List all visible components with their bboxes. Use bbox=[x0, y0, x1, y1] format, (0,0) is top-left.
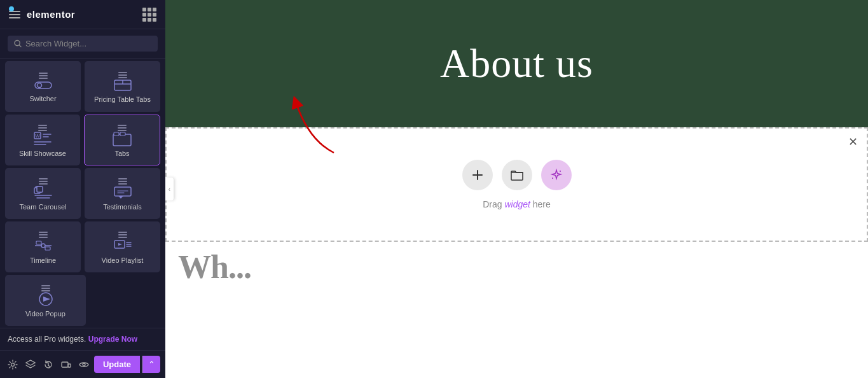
upgrade-text: Access all Pro widgets. bbox=[8, 335, 86, 344]
drop-zone[interactable]: ✕ Drag bbox=[165, 127, 868, 242]
main-area: About us ✕ bbox=[165, 0, 868, 378]
switcher-icon bbox=[34, 79, 52, 92]
empty-slot bbox=[90, 275, 160, 326]
notification-dot bbox=[9, 6, 14, 11]
widget-menu-icon[interactable] bbox=[118, 72, 127, 78]
sidebar-header: elementor bbox=[0, 0, 165, 29]
widget-label-testimonials: Testimonials bbox=[103, 203, 142, 211]
svg-rect-14 bbox=[114, 132, 119, 136]
widget-label-timeline: Timeline bbox=[30, 256, 56, 264]
bottom-partial-title: Wh... bbox=[178, 248, 251, 286]
widget-menu-icon[interactable] bbox=[39, 178, 48, 185]
header-left: elementor bbox=[9, 9, 75, 20]
widget-label-video-playlist: Video Playlist bbox=[102, 256, 144, 264]
team-icon bbox=[34, 185, 53, 200]
add-element-button[interactable] bbox=[462, 160, 493, 190]
hero-title: About us bbox=[440, 40, 593, 87]
history-icon-btn[interactable] bbox=[41, 354, 56, 375]
widget-tabs[interactable]: Tabs bbox=[84, 115, 160, 165]
svg-rect-40 bbox=[62, 362, 68, 367]
drop-text-widget: widget bbox=[504, 199, 530, 209]
widget-video-popup[interactable]: Video Popup bbox=[5, 275, 86, 326]
svg-rect-41 bbox=[68, 364, 71, 367]
svg-rect-21 bbox=[114, 187, 131, 196]
svg-marker-31 bbox=[118, 243, 122, 246]
video-popup-icon bbox=[36, 291, 55, 307]
widget-menu-icon[interactable] bbox=[38, 125, 47, 131]
drop-text-prefix: Drag bbox=[483, 199, 504, 209]
search-wrapper[interactable] bbox=[8, 36, 158, 52]
widget-menu-icon[interactable] bbox=[39, 73, 48, 79]
widget-row-3: Timeline Video Playlist bbox=[5, 221, 160, 272]
svg-rect-13 bbox=[113, 134, 131, 146]
widget-video-playlist[interactable]: Video Playlist bbox=[85, 221, 160, 272]
widget-row-2: Team Carousel Testimonials bbox=[5, 168, 160, 219]
eye-icon-btn[interactable] bbox=[76, 354, 92, 375]
search-area bbox=[0, 29, 165, 59]
video-playlist-icon bbox=[113, 238, 132, 253]
svg-marker-36 bbox=[43, 297, 50, 302]
tabs-icon bbox=[113, 131, 132, 146]
svg-point-3 bbox=[37, 83, 41, 87]
widget-menu-icon[interactable] bbox=[118, 125, 127, 131]
drop-text: Drag widget here bbox=[483, 199, 551, 209]
svg-rect-18 bbox=[37, 186, 43, 192]
widget-grid: Switcher Pricing Table Tabs bbox=[0, 59, 165, 328]
svg-line-1 bbox=[19, 45, 21, 47]
collapse-handle[interactable]: ‹ bbox=[165, 178, 174, 200]
layers-icon-btn[interactable] bbox=[23, 354, 38, 375]
svg-text:W: W bbox=[35, 133, 40, 139]
widget-menu-icon[interactable] bbox=[41, 285, 50, 291]
widget-label-skill: Skill Showcase bbox=[19, 150, 66, 157]
widget-timeline[interactable]: Timeline bbox=[5, 221, 81, 272]
widget-menu-icon[interactable] bbox=[118, 178, 127, 185]
grid-icon[interactable] bbox=[142, 8, 156, 22]
hamburger-icon[interactable] bbox=[9, 11, 20, 18]
close-button[interactable]: ✕ bbox=[848, 135, 858, 149]
svg-rect-28 bbox=[36, 241, 41, 244]
elementor-logo: elementor bbox=[27, 9, 75, 20]
update-chevron[interactable]: ⌃ bbox=[142, 356, 160, 373]
search-input[interactable] bbox=[25, 39, 151, 48]
drop-zone-icons bbox=[462, 160, 572, 190]
ai-button[interactable] bbox=[541, 160, 572, 190]
search-icon bbox=[14, 39, 22, 48]
template-library-button[interactable] bbox=[502, 160, 532, 190]
upgrade-link[interactable]: Upgrade Now bbox=[88, 335, 137, 344]
widget-label-pricing: Pricing Table Tabs bbox=[94, 95, 151, 103]
svg-rect-15 bbox=[120, 132, 125, 136]
svg-point-25 bbox=[41, 244, 45, 248]
svg-marker-22 bbox=[118, 196, 123, 199]
widget-label-video-popup: Video Popup bbox=[25, 310, 65, 318]
timeline-icon bbox=[34, 238, 53, 253]
skill-icon: W bbox=[33, 131, 52, 146]
responsive-icon-btn[interactable] bbox=[59, 354, 74, 375]
widget-row-0: Switcher Pricing Table Tabs bbox=[5, 61, 160, 112]
bottom-toolbar: Update ⌃ bbox=[0, 350, 165, 378]
svg-point-45 bbox=[560, 171, 561, 172]
sidebar: elementor bbox=[0, 0, 165, 378]
widget-menu-icon[interactable] bbox=[118, 232, 127, 238]
widget-label-tabs: Tabs bbox=[114, 150, 129, 157]
update-button[interactable]: Update bbox=[94, 356, 140, 373]
svg-point-37 bbox=[11, 363, 14, 366]
hero-section: About us bbox=[165, 0, 868, 127]
upgrade-bar: Access all Pro widgets. Upgrade Now bbox=[0, 328, 165, 350]
pricing-icon bbox=[114, 78, 132, 92]
widget-switcher[interactable]: Switcher bbox=[5, 61, 81, 112]
svg-rect-29 bbox=[45, 247, 50, 250]
bottom-section: Wh... bbox=[165, 242, 868, 378]
widget-team-carousel[interactable]: Team Carousel bbox=[5, 168, 81, 219]
svg-point-46 bbox=[552, 178, 553, 179]
widget-testimonials[interactable]: Testimonials bbox=[85, 168, 160, 219]
widget-label-switcher: Switcher bbox=[29, 95, 56, 102]
widget-row-1: W Skill Showcase bbox=[5, 115, 160, 165]
widget-skill-showcase[interactable]: W Skill Showcase bbox=[5, 115, 80, 165]
testimonials-icon bbox=[113, 185, 132, 200]
widget-label-team: Team Carousel bbox=[20, 203, 67, 211]
widget-menu-icon[interactable] bbox=[39, 232, 48, 238]
widget-pricing-table-tabs[interactable]: Pricing Table Tabs bbox=[85, 61, 160, 112]
drop-text-suffix: here bbox=[530, 199, 551, 209]
settings-icon-btn[interactable] bbox=[5, 354, 20, 375]
svg-line-39 bbox=[48, 365, 50, 367]
